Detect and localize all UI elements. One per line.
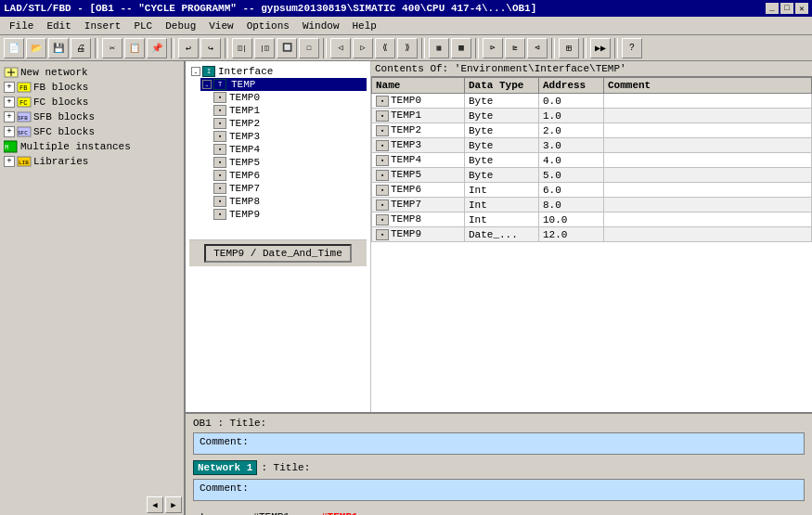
tree-sfc-blocks[interactable]: + SFC SFC blocks [4, 124, 180, 139]
left-scroll-right[interactable]: ▶ [165, 496, 182, 513]
code-cmt-1: #TEMP1 [321, 511, 358, 515]
network1-comment[interactable]: Comment: [193, 479, 805, 501]
iface-temp3[interactable]: ▪ TEMP3 [212, 130, 367, 143]
menu-item-file[interactable]: File [4, 19, 39, 32]
tree-fc-blocks[interactable]: + FC FC blocks [4, 95, 180, 109]
table-row[interactable]: ▪TEMP1Byte1.0 [372, 109, 812, 123]
close-button[interactable]: ✕ [795, 3, 808, 14]
cell-type-5: Byte [465, 168, 539, 183]
iface-temp9[interactable]: ▪ TEMP9 [212, 208, 367, 221]
tree-sfb-blocks[interactable]: + SFB SFB blocks [4, 109, 180, 124]
iface-temp-expand[interactable]: - [202, 80, 212, 89]
new-network-icon [4, 66, 19, 79]
menu-item-plc[interactable]: PLC [128, 19, 158, 32]
toolbar-b3[interactable]: 🔲 [277, 38, 297, 58]
toolbar-help[interactable]: ? [622, 38, 642, 58]
toolbar-b11[interactable]: ⊳ [483, 38, 503, 58]
menu-item-view[interactable]: View [203, 19, 238, 32]
toolbar-b10[interactable]: ▩ [451, 38, 471, 58]
tree-libraries[interactable]: + LIB Libraries [4, 154, 180, 169]
menu-item-help[interactable]: Help [346, 19, 381, 32]
toolbar-open[interactable]: 📂 [26, 38, 46, 58]
row-icon-4: ▪ [376, 155, 389, 166]
iface-temp6-label: TEMP6 [229, 170, 260, 181]
iface-temp7[interactable]: ▪ TEMP7 [212, 182, 367, 195]
toolbar-cut[interactable]: ✂ [102, 38, 122, 58]
lib-expand[interactable]: + [4, 156, 15, 167]
iface-temp1[interactable]: ▪ TEMP1 [212, 104, 367, 117]
sfb-expand[interactable]: + [4, 111, 15, 122]
col-header-3[interactable]: Comment [604, 78, 812, 94]
iface-temp4[interactable]: ▪ TEMP4 [212, 143, 367, 156]
col-header-1[interactable]: Data Type [465, 78, 539, 94]
sep1 [95, 38, 98, 58]
toolbar-b15[interactable]: ▶▶ [590, 38, 611, 58]
iface-temp1-label: TEMP1 [229, 105, 260, 116]
toolbar-b5[interactable]: ◁ [330, 38, 351, 58]
table-row[interactable]: ▪TEMP0Byte0.0 [372, 94, 812, 109]
col-header-0[interactable]: Name [372, 78, 465, 94]
toolbar-b2[interactable]: |◫ [254, 38, 275, 58]
maximize-button[interactable]: □ [780, 3, 793, 14]
iface-temp5[interactable]: ▪ TEMP5 [212, 156, 367, 169]
iface-root[interactable]: - I Interface [189, 65, 367, 78]
menu-item-edit[interactable]: Edit [41, 19, 76, 32]
table-row[interactable]: ▪TEMP6Int6.0 [372, 183, 812, 198]
table-row[interactable]: ▪TEMP4Byte4.0 [372, 153, 812, 168]
iface-temp6[interactable]: ▪ TEMP6 [212, 169, 367, 182]
toolbar-copy[interactable]: 📋 [124, 38, 145, 58]
tree-fb-blocks[interactable]: + FB FB blocks [4, 80, 180, 95]
table-row[interactable]: ▪TEMP3Byte3.0 [372, 138, 812, 153]
tree-new-network[interactable]: New network [4, 65, 180, 80]
iface-temp-node[interactable]: - T TEMP [200, 78, 367, 91]
toolbar-b8[interactable]: ⟫ [397, 38, 418, 58]
cell-addr-0: 0.0 [539, 94, 604, 109]
cell-addr-7: 8.0 [539, 198, 604, 212]
table-row[interactable]: ▪TEMP7Int8.0 [372, 198, 812, 212]
toolbar-b13[interactable]: ⊲ [527, 38, 548, 58]
ob-comment[interactable]: Comment: [193, 432, 805, 455]
fb-expand[interactable]: + [4, 82, 15, 93]
toolbar-b9[interactable]: ▦ [429, 38, 449, 58]
table-row[interactable]: ▪TEMP8Int10.0 [372, 212, 812, 227]
toolbar-redo[interactable]: ↪ [200, 38, 221, 58]
cell-type-4: Byte [465, 153, 539, 168]
toolbar-paste[interactable]: 📌 [147, 38, 167, 58]
left-scroll-left[interactable]: ◀ [147, 496, 163, 513]
toolbar-new[interactable]: 📄 [4, 38, 24, 58]
toolbar-b1[interactable]: ◫| [232, 38, 252, 58]
menu-item-debug[interactable]: Debug [160, 19, 201, 32]
col-header-2[interactable]: Address [539, 78, 604, 94]
table-row[interactable]: ▪TEMP5Byte5.0 [372, 168, 812, 183]
cell-comment-0 [604, 94, 812, 109]
table-row[interactable]: ▪TEMP2Byte2.0 [372, 123, 812, 138]
fc-expand[interactable]: + [4, 97, 15, 108]
table-row[interactable]: ▪TEMP9Date_...12.0 [372, 227, 812, 242]
toolbar-b14[interactable]: ⊞ [559, 38, 579, 58]
interface-table[interactable]: NameData TypeAddressComment ▪TEMP0Byte0.… [371, 77, 812, 412]
menu-item-insert[interactable]: Insert [79, 19, 127, 32]
cell-addr-9: 12.0 [539, 227, 604, 242]
toolbar-b12[interactable]: ⊵ [505, 38, 525, 58]
menu-item-window[interactable]: Window [297, 19, 345, 32]
minimize-button[interactable]: _ [766, 3, 779, 14]
toolbar-print[interactable]: 🖨 [71, 38, 91, 58]
toolbar-undo[interactable]: ↩ [178, 38, 199, 58]
tree-multiple-instances[interactable]: M Multiple instances [4, 139, 180, 154]
cell-name-3: ▪TEMP3 [372, 138, 465, 153]
code-area: L #TEMP1 #TEMP1 L 1 ==I [193, 507, 805, 515]
menu-item-options[interactable]: Options [241, 19, 295, 32]
table-body: ▪TEMP0Byte0.0▪TEMP1Byte1.0▪TEMP2Byte2.0▪… [372, 94, 812, 242]
iface-root-expand[interactable]: - [191, 67, 200, 76]
toolbar-b6[interactable]: ▷ [353, 38, 373, 58]
iface-temp2[interactable]: ▪ TEMP2 [212, 117, 367, 130]
toolbar-save[interactable]: 💾 [48, 38, 69, 58]
toolbar-b4[interactable]: ☐ [299, 38, 319, 58]
toolbar: 📄 📂 💾 🖨 ✂ 📋 📌 ↩ ↪ ◫| |◫ 🔲 ☐ ◁ ▷ ⟪ ⟫ ▦ ▩ … [0, 35, 812, 61]
iface-temp0[interactable]: ▪ TEMP0 [212, 91, 367, 104]
toolbar-b7[interactable]: ⟪ [375, 38, 395, 58]
network1-label[interactable]: Network 1 [193, 460, 257, 475]
sfc-expand[interactable]: + [4, 126, 15, 137]
iface-temp8[interactable]: ▪ TEMP8 [212, 195, 367, 208]
sep7 [551, 38, 555, 58]
